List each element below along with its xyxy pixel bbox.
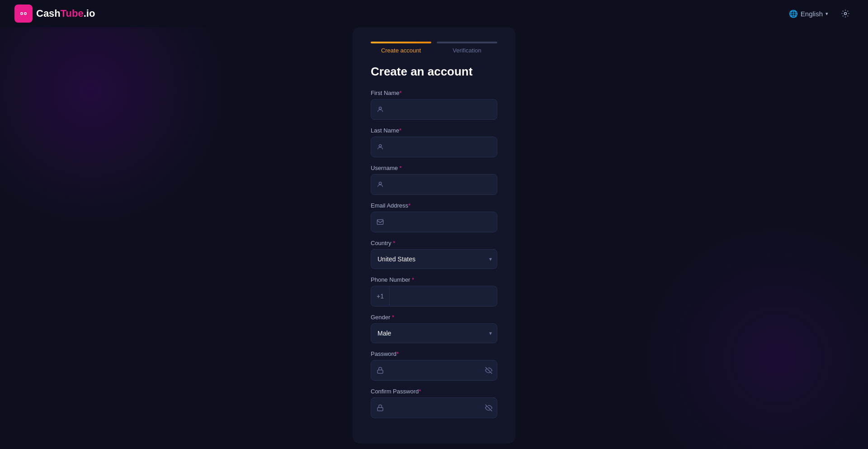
progress-steps: Create account Verification <box>371 42 497 54</box>
main-content: Create account Verification Create an ac… <box>0 0 868 449</box>
phone-prefix: +1 <box>371 286 390 306</box>
first-name-group: First Name* <box>371 90 497 120</box>
gender-required: * <box>392 314 394 321</box>
step-verification: Verification <box>437 42 497 54</box>
gender-group: Gender * Male Female Other Prefer not to… <box>371 314 497 343</box>
navbar: CashTube.io 🌐 English ▾ <box>0 0 868 27</box>
email-input-wrapper <box>371 212 497 232</box>
first-name-input[interactable] <box>389 99 497 119</box>
first-name-input-wrapper <box>371 99 497 120</box>
confirm-password-input[interactable] <box>389 398 481 418</box>
step-create-account: Create account <box>371 42 431 54</box>
password-label: Password* <box>371 350 497 357</box>
country-label: Country * <box>371 240 497 246</box>
chevron-down-icon: ▾ <box>826 11 828 17</box>
svg-point-4 <box>25 13 26 14</box>
person-icon-3 <box>371 175 389 194</box>
svg-point-7 <box>379 145 381 147</box>
username-group: Username * <box>371 165 497 195</box>
step-bar-verification <box>437 42 497 43</box>
svg-rect-12 <box>377 407 383 411</box>
gender-select[interactable]: Male Female Other Prefer not to say <box>371 323 497 343</box>
last-name-input-wrapper <box>371 137 497 157</box>
last-name-input[interactable] <box>389 137 497 157</box>
logo-icon <box>14 5 33 23</box>
last-name-group: Last Name* <box>371 127 497 157</box>
globe-icon: 🌐 <box>789 9 798 18</box>
email-group: Email Address* <box>371 202 497 232</box>
step-label-verification: Verification <box>453 47 481 54</box>
person-icon-2 <box>371 137 389 157</box>
confirm-password-input-wrapper <box>371 397 497 418</box>
svg-rect-9 <box>377 220 383 225</box>
svg-point-6 <box>379 107 381 109</box>
logo-text: CashTube.io <box>36 8 95 19</box>
username-label: Username * <box>371 165 497 171</box>
email-icon <box>371 212 389 232</box>
password-group: Password* <box>371 350 497 381</box>
first-name-required: * <box>400 90 402 96</box>
confirm-password-toggle-visibility-button[interactable] <box>481 404 497 411</box>
country-required: * <box>393 240 395 246</box>
logo: CashTube.io <box>14 5 95 23</box>
phone-input[interactable] <box>390 286 497 306</box>
step-label-create-account: Create account <box>381 47 421 54</box>
confirm-password-group: Confirm Password* <box>371 388 497 418</box>
lock-icon <box>371 360 389 380</box>
language-label: English <box>801 10 823 18</box>
svg-point-8 <box>379 182 381 184</box>
person-icon <box>371 99 389 119</box>
password-input[interactable] <box>389 360 481 380</box>
password-toggle-visibility-button[interactable] <box>481 367 497 374</box>
country-group: Country * United States United Kingdom C… <box>371 240 497 269</box>
email-label: Email Address* <box>371 202 497 209</box>
last-name-label: Last Name* <box>371 127 497 134</box>
country-select-wrapper: United States United Kingdom Canada Aust… <box>371 249 497 269</box>
phone-input-wrapper: +1 <box>371 286 497 307</box>
username-input[interactable] <box>389 175 497 194</box>
confirm-password-label: Confirm Password* <box>371 388 497 395</box>
first-name-label: First Name* <box>371 90 497 96</box>
settings-button[interactable] <box>837 5 854 22</box>
phone-group: Phone Number * +1 <box>371 276 497 307</box>
language-selector[interactable]: 🌐 English ▾ <box>789 9 828 18</box>
username-input-wrapper <box>371 174 497 195</box>
navbar-right: 🌐 English ▾ <box>789 5 854 22</box>
confirm-password-required: * <box>419 388 421 395</box>
password-required: * <box>396 350 399 357</box>
svg-point-3 <box>21 13 23 14</box>
step-bar-create-account <box>371 42 431 43</box>
lock-icon-2 <box>371 398 389 418</box>
country-select[interactable]: United States United Kingdom Canada Aust… <box>371 249 497 269</box>
password-input-wrapper <box>371 360 497 381</box>
svg-rect-10 <box>377 370 383 373</box>
form-title: Create an account <box>371 65 497 79</box>
gender-label: Gender * <box>371 314 497 321</box>
email-input[interactable] <box>389 212 497 232</box>
email-required: * <box>408 202 410 209</box>
phone-label: Phone Number * <box>371 276 497 283</box>
form-card: Create account Verification Create an ac… <box>353 27 515 444</box>
svg-point-5 <box>844 13 847 15</box>
username-required: * <box>400 165 402 171</box>
phone-required: * <box>412 276 414 283</box>
gender-select-wrapper: Male Female Other Prefer not to say ▾ <box>371 323 497 343</box>
last-name-required: * <box>399 127 401 134</box>
